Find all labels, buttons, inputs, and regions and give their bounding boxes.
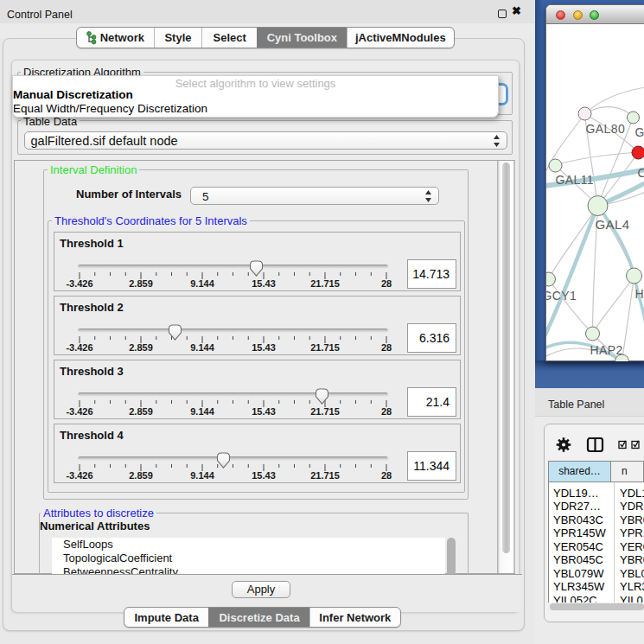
svg-text:GAL80: GAL80 (586, 122, 626, 136)
svg-text:GA: GA (635, 125, 644, 139)
svg-text:C: C (638, 166, 644, 180)
svg-text:HAP2: HAP2 (590, 343, 623, 357)
svg-text:H: H (635, 287, 644, 301)
svg-text:GAL11: GAL11 (556, 173, 595, 187)
svg-text:GAL4: GAL4 (596, 217, 630, 232)
svg-text:GCY1: GCY1 (546, 289, 577, 303)
